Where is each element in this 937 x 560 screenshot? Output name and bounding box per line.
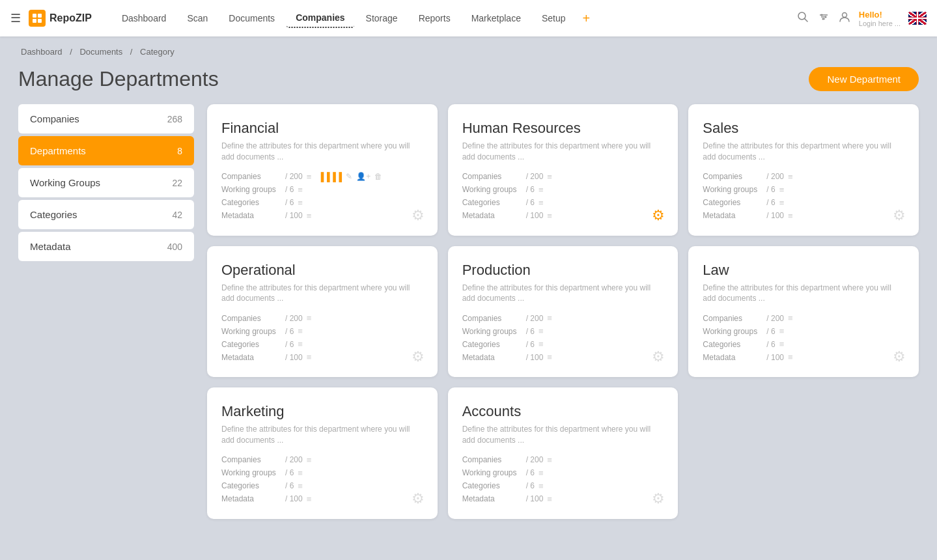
nav-add-button[interactable]: + xyxy=(578,8,596,29)
svg-rect-3 xyxy=(38,19,42,23)
list-icon: ≡ xyxy=(298,185,303,195)
nav-reports[interactable]: Reports xyxy=(410,9,460,27)
filter-icon[interactable] xyxy=(817,10,830,27)
dept-title-financial: Financial xyxy=(221,120,423,137)
gear-icon-hr[interactable]: ⚙ xyxy=(652,207,665,224)
dept-metadata-operational: Metadata / 100 ≡ xyxy=(221,352,423,362)
login-link[interactable]: Login here ... xyxy=(859,20,901,27)
dept-companies-accounts: Companies / 200 ≡ xyxy=(462,455,664,465)
dept-metadata-financial: Metadata / 100 ≡ xyxy=(221,211,423,221)
list-icon: ≡ xyxy=(779,185,785,195)
nav-setup[interactable]: Setup xyxy=(533,9,575,27)
list-icon: ≡ xyxy=(307,172,312,182)
delete-icon[interactable]: 🗑 xyxy=(374,172,382,181)
list-icon: ≡ xyxy=(307,494,312,504)
list-icon: ≡ xyxy=(538,326,544,336)
dept-desc-sales: Define the attributes for this departmen… xyxy=(703,141,904,163)
sidebar-item-working-groups[interactable]: Working Groups 22 xyxy=(18,168,194,197)
list-icon: ≡ xyxy=(298,198,303,208)
list-icon: ≡ xyxy=(788,211,793,221)
breadcrumb-dashboard[interactable]: Dashboard xyxy=(21,47,63,57)
dept-title-accounts: Accounts xyxy=(462,403,664,420)
dept-metadata-marketing: Metadata / 100 ≡ xyxy=(221,494,423,504)
list-icon: ≡ xyxy=(307,352,312,362)
sidebar-label-companies: Companies xyxy=(30,113,79,124)
dept-metadata-accounts: Metadata / 100 ≡ xyxy=(462,494,664,504)
sidebar-item-departments[interactable]: Departments 8 xyxy=(18,136,194,165)
gear-icon-accounts[interactable]: ⚙ xyxy=(652,490,665,507)
departments-grid: Financial Define the attributes for this… xyxy=(207,104,919,519)
dept-working-groups-financial: Working groups / 6 ≡ xyxy=(221,185,423,195)
dept-companies-production: Companies / 200 ≡ xyxy=(462,313,664,323)
header: ☰ RepoZIP Dashboard Scan Documents Compa… xyxy=(0,0,937,36)
dept-card-marketing: Marketing Define the attributes for this… xyxy=(207,387,438,519)
user-icon[interactable] xyxy=(838,10,851,27)
dept-card-financial: Financial Define the attributes for this… xyxy=(207,104,438,236)
action-icons: ▐▐▐▐ ✎ 👤+ 🗑 xyxy=(318,172,382,182)
logo[interactable]: RepoZIP xyxy=(29,10,92,27)
list-icon: ≡ xyxy=(779,198,785,208)
sidebar-count-categories: 42 xyxy=(172,210,182,220)
gear-icon-sales[interactable]: ⚙ xyxy=(893,207,906,224)
list-icon: ≡ xyxy=(788,172,793,182)
list-icon: ≡ xyxy=(547,455,552,465)
svg-rect-0 xyxy=(33,14,36,18)
dept-working-groups-operational: Working groups / 6 ≡ xyxy=(221,326,423,336)
dept-card-operational: Operational Define the attributes for th… xyxy=(207,246,438,378)
sidebar-item-companies[interactable]: Companies 268 xyxy=(18,104,194,133)
gear-icon-law[interactable]: ⚙ xyxy=(893,348,906,365)
svg-point-9 xyxy=(820,14,822,16)
breadcrumb-documents[interactable]: Documents xyxy=(79,47,122,57)
dept-working-groups-law: Working groups / 6 ≡ xyxy=(703,326,904,336)
language-flag[interactable] xyxy=(908,12,927,25)
sidebar-count-companies: 268 xyxy=(167,114,182,124)
list-icon: ≡ xyxy=(538,339,544,349)
bar-chart-icon[interactable]: ▐▐▐▐ xyxy=(318,172,342,182)
edit-icon[interactable]: ✎ xyxy=(346,172,352,181)
gear-icon-marketing[interactable]: ⚙ xyxy=(412,490,425,507)
list-icon: ≡ xyxy=(538,185,544,195)
nav-companies[interactable]: Companies xyxy=(287,8,354,28)
svg-point-10 xyxy=(824,16,826,18)
dept-companies-sales: Companies / 200 ≡ xyxy=(703,172,904,182)
logo-text: RepoZIP xyxy=(49,12,92,24)
nav-dashboard[interactable]: Dashboard xyxy=(113,9,176,27)
dept-working-groups-sales: Working groups / 6 ≡ xyxy=(703,185,904,195)
list-icon: ≡ xyxy=(538,198,544,208)
dept-working-groups-production: Working groups / 6 ≡ xyxy=(462,326,664,336)
nav-marketplace[interactable]: Marketplace xyxy=(462,9,530,27)
menu-icon[interactable]: ☰ xyxy=(10,11,21,25)
breadcrumb-category[interactable]: Category xyxy=(140,47,175,57)
list-icon: ≡ xyxy=(538,481,544,491)
gear-icon-production[interactable]: ⚙ xyxy=(652,348,665,365)
dept-card-hr: Human Resources Define the attributes fo… xyxy=(448,104,678,236)
svg-line-5 xyxy=(804,18,807,21)
dept-categories-hr: Categories / 6 ≡ xyxy=(462,198,664,208)
breadcrumb: Dashboard / Documents / Category xyxy=(0,36,937,62)
logo-icon xyxy=(29,10,46,27)
add-user-icon[interactable]: 👤+ xyxy=(356,172,371,181)
dept-desc-operational: Define the attributes for this departmen… xyxy=(221,283,423,305)
dept-title-sales: Sales xyxy=(703,120,904,137)
sidebar-label-working-groups: Working Groups xyxy=(30,177,100,188)
sidebar-label-metadata: Metadata xyxy=(30,241,71,252)
list-icon: ≡ xyxy=(779,339,785,349)
sidebar-item-categories[interactable]: Categories 42 xyxy=(18,200,194,229)
gear-icon-financial[interactable]: ⚙ xyxy=(412,207,425,224)
gear-icon-operational[interactable]: ⚙ xyxy=(412,348,425,365)
nav-storage[interactable]: Storage xyxy=(357,9,407,27)
search-icon[interactable] xyxy=(796,10,809,27)
sidebar-item-metadata[interactable]: Metadata 400 xyxy=(18,232,194,261)
dept-companies-financial: Companies / 200 ≡ ▐▐▐▐ ✎ 👤+ 🗑 xyxy=(221,172,423,182)
nav-documents[interactable]: Documents xyxy=(219,9,284,27)
page-title: Manage Departments xyxy=(18,67,219,91)
svg-point-12 xyxy=(842,12,846,17)
list-icon: ≡ xyxy=(298,468,303,478)
nav-scan[interactable]: Scan xyxy=(178,9,217,27)
new-department-button[interactable]: New Department xyxy=(809,67,919,91)
login-area[interactable]: Hello! Login here ... xyxy=(859,10,901,27)
hello-text: Hello! xyxy=(859,10,901,20)
list-icon: ≡ xyxy=(779,326,785,336)
dept-title-hr: Human Resources xyxy=(462,120,664,137)
list-icon: ≡ xyxy=(298,326,303,336)
